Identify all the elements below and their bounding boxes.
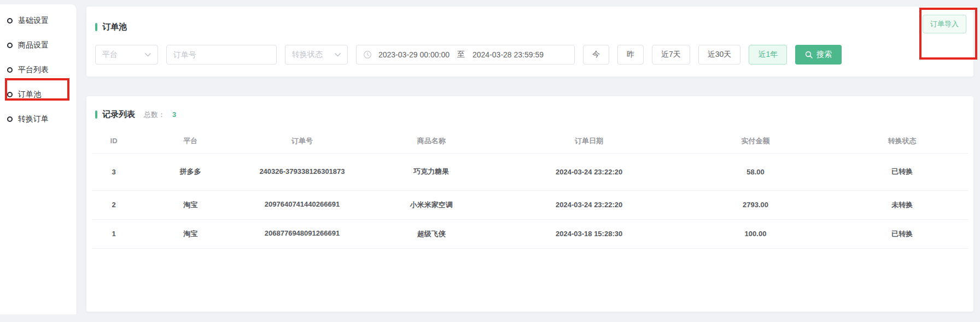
sidebar-item-label: 平台列表 bbox=[18, 65, 49, 75]
cell-product-name: 小米米家空调 bbox=[359, 190, 504, 219]
page-title: 订单池 bbox=[102, 22, 127, 32]
col-header-convert-status: 转换状态 bbox=[837, 129, 968, 153]
col-header-order-date: 订单日期 bbox=[504, 129, 674, 153]
quick-range-today-button[interactable]: 今 bbox=[583, 45, 609, 65]
quick-range-7days-button[interactable]: 近7天 bbox=[652, 45, 690, 65]
date-start: 2023-03-29 00:00:00 bbox=[378, 50, 450, 59]
title-accent-bar bbox=[95, 23, 97, 31]
order-import-button[interactable]: 订单导入 bbox=[923, 15, 966, 33]
sidebar-item-order-pool[interactable]: 订单池 bbox=[0, 82, 77, 107]
records-total-label: 总数： bbox=[144, 110, 165, 120]
records-total-value: 3 bbox=[172, 110, 176, 119]
search-icon bbox=[805, 51, 813, 58]
circle-icon bbox=[7, 116, 13, 122]
cell-order-no: 240326-379338126301873 bbox=[245, 153, 359, 190]
sidebar-item-convert-orders[interactable]: 转换订单 bbox=[0, 107, 77, 131]
sidebar-item-label: 订单池 bbox=[18, 90, 41, 99]
sidebar-item-label: 商品设置 bbox=[18, 40, 49, 50]
circle-icon bbox=[7, 43, 13, 48]
cell-convert-status: 已转换 bbox=[837, 153, 968, 190]
col-header-id: ID bbox=[92, 129, 136, 153]
cell-order-no: 2097640741440266691 bbox=[245, 190, 359, 219]
order-no-text: 240326-379338126301873 bbox=[259, 165, 345, 179]
cell-product-name: 超级飞侠 bbox=[359, 219, 504, 248]
clock-icon bbox=[363, 50, 372, 59]
sidebar-item-product-settings[interactable]: 商品设置 bbox=[0, 33, 77, 57]
quick-range-1year-button[interactable]: 近1年 bbox=[749, 45, 787, 65]
cell-order-date: 2024-03-18 15:28:30 bbox=[504, 219, 674, 248]
quick-range-yesterday-button[interactable]: 昨 bbox=[617, 45, 644, 65]
filter-row: 平台 转换状态 2023-03-29 00:00:00 至 2024-03-28… bbox=[95, 45, 842, 65]
cell-id: 2 bbox=[92, 190, 136, 219]
cell-paid-amount: 100.00 bbox=[674, 219, 836, 248]
platform-select[interactable]: 平台 bbox=[95, 45, 158, 65]
sidebar: 基础设置 商品设置 平台列表 订单池 转换订单 bbox=[0, 4, 77, 314]
cell-order-no: 2068776948091266691 bbox=[245, 219, 359, 248]
records-card-header: 记录列表 总数： 3 bbox=[86, 96, 973, 120]
cell-platform: 拼多多 bbox=[136, 153, 245, 190]
convert-status-select-placeholder: 转换状态 bbox=[292, 50, 323, 60]
filter-card-header: 订单池 bbox=[86, 7, 973, 32]
filter-card: 订单池 订单导入 平台 转换状态 2023-03-29 bbox=[86, 7, 973, 77]
table-row: 3 拼多多 240326-379338126301873 巧克力糖果 2024-… bbox=[92, 153, 968, 190]
cell-platform: 淘宝 bbox=[136, 219, 245, 248]
table-row: 1 淘宝 2068776948091266691 超级飞侠 2024-03-18… bbox=[92, 219, 968, 248]
records-title: 记录列表 bbox=[102, 109, 135, 120]
order-no-text: 2068776948091266691 bbox=[265, 227, 340, 241]
chevron-down-icon bbox=[145, 53, 151, 57]
search-button-label: 搜索 bbox=[816, 50, 832, 60]
cell-id: 1 bbox=[92, 219, 136, 248]
cell-order-date: 2024-03-24 23:22:20 bbox=[504, 190, 674, 219]
circle-icon bbox=[7, 18, 13, 24]
cell-product-name: 巧克力糖果 bbox=[359, 153, 504, 190]
platform-select-placeholder: 平台 bbox=[102, 50, 118, 60]
col-header-order-no: 订单号 bbox=[245, 129, 359, 153]
table-header-row: ID 平台 订单号 商品名称 订单日期 实付金额 转换状态 bbox=[92, 129, 968, 153]
col-header-paid-amount: 实付金额 bbox=[674, 129, 836, 153]
sidebar-item-basic-settings[interactable]: 基础设置 bbox=[0, 8, 77, 33]
date-range-picker[interactable]: 2023-03-29 00:00:00 至 2024-03-28 23:59:5… bbox=[356, 45, 575, 65]
col-header-product-name: 商品名称 bbox=[359, 129, 504, 153]
cell-convert-status: 未转换 bbox=[837, 190, 968, 219]
cell-paid-amount: 58.00 bbox=[674, 153, 836, 190]
chevron-down-icon bbox=[335, 53, 341, 57]
order-no-input[interactable] bbox=[166, 45, 277, 65]
convert-status-select[interactable]: 转换状态 bbox=[285, 45, 348, 65]
circle-icon bbox=[7, 92, 13, 97]
records-table: ID 平台 订单号 商品名称 订单日期 实付金额 转换状态 3 拼多多 2403… bbox=[92, 129, 968, 249]
cell-paid-amount: 2793.00 bbox=[674, 190, 836, 219]
sidebar-item-label: 转换订单 bbox=[18, 114, 49, 124]
date-separator: 至 bbox=[457, 50, 465, 60]
records-card: 记录列表 总数： 3 ID 平台 订单号 商品名称 订单日期 实付金额 转换状态 bbox=[86, 96, 973, 312]
order-no-text: 2097640741440266691 bbox=[265, 198, 340, 212]
table-row: 2 淘宝 2097640741440266691 小米米家空调 2024-03-… bbox=[92, 190, 968, 219]
sidebar-item-label: 基础设置 bbox=[18, 16, 49, 26]
col-header-platform: 平台 bbox=[136, 129, 245, 153]
quick-range-30days-button[interactable]: 近30天 bbox=[698, 45, 741, 65]
search-button[interactable]: 搜索 bbox=[795, 45, 842, 65]
title-accent-bar bbox=[95, 110, 97, 119]
circle-icon bbox=[7, 67, 13, 73]
cell-id: 3 bbox=[92, 153, 136, 190]
sidebar-item-platform-list[interactable]: 平台列表 bbox=[0, 57, 77, 82]
cell-order-date: 2024-03-24 23:22:20 bbox=[504, 153, 674, 190]
date-end: 2024-03-28 23:59:59 bbox=[472, 50, 544, 59]
cell-platform: 淘宝 bbox=[136, 190, 245, 219]
cell-convert-status: 已转换 bbox=[837, 219, 968, 248]
